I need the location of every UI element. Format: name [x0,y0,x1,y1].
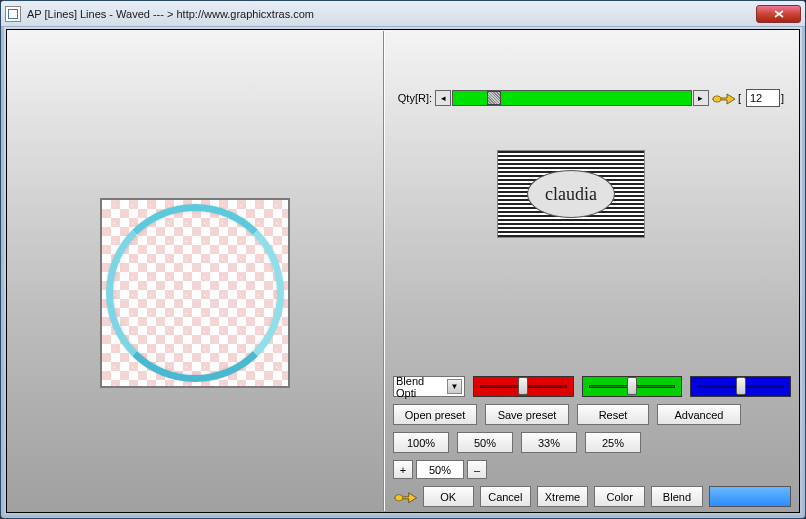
color-swatch[interactable] [709,486,791,507]
main-panel: Qty[R]: ◂ ▸ [ ] claudia Blend O [6,29,800,513]
qty-bracket-close: ] [781,92,784,104]
svg-point-0 [713,96,721,102]
cancel-button[interactable]: Cancel [480,486,531,507]
red-slider-thumb[interactable] [518,377,528,395]
titlebar[interactable]: AP [Lines] Lines - Waved --- > http://ww… [1,1,805,27]
color-button[interactable]: Color [594,486,645,507]
brand-logo-text: claudia [527,170,615,218]
app-icon [5,6,21,22]
red-slider[interactable] [473,376,574,397]
green-slider-thumb[interactable] [627,377,637,395]
preview-box [100,198,290,388]
blue-slider-thumb[interactable] [736,377,746,395]
preset-row: Open preset Save preset Reset Advanced [393,404,791,425]
qty-input[interactable] [746,89,780,107]
blend-mode-select[interactable]: Blend Opti ▼ [393,376,465,397]
pointer-hand-icon [711,88,737,108]
advanced-button[interactable]: Advanced [657,404,741,425]
bottom-row: OK Cancel Xtreme Color Blend [393,486,791,507]
panel-divider [383,31,385,511]
percent-row: 100% 50% 33% 25% [393,432,791,453]
blue-slider[interactable] [690,376,791,397]
dropdown-arrow-icon: ▼ [447,379,462,394]
qty-decrement[interactable]: ◂ [435,90,451,106]
qty-bracket-open: [ [738,92,741,104]
step-plus-button[interactable]: + [393,460,413,479]
blend-mode-label: Blend Opti [396,375,447,399]
pointer-hand-icon [393,487,419,507]
app-window: AP [Lines] Lines - Waved --- > http://ww… [0,0,806,519]
pct-100-button[interactable]: 100% [393,432,449,453]
qty-label: Qty[R]: [393,92,435,104]
save-preset-button[interactable]: Save preset [485,404,569,425]
qty-slider-thumb[interactable] [487,91,501,105]
step-value: 50% [416,460,464,479]
preview-checker [102,200,288,386]
close-icon [774,10,784,18]
window-title: AP [Lines] Lines - Waved --- > http://ww… [27,8,756,20]
xtreme-button[interactable]: Xtreme [537,486,588,507]
step-row: + 50% – [393,460,791,479]
step-minus-button[interactable]: – [467,460,487,479]
svg-point-1 [395,494,403,500]
qty-increment[interactable]: ▸ [693,90,709,106]
blend-row: Blend Opti ▼ [393,376,791,397]
qty-row: Qty[R]: ◂ ▸ [ ] [393,86,785,110]
content-area: Qty[R]: ◂ ▸ [ ] claudia Blend O [1,27,805,517]
ok-button[interactable]: OK [423,486,474,507]
pct-50-button[interactable]: 50% [457,432,513,453]
open-preset-button[interactable]: Open preset [393,404,477,425]
reset-button[interactable]: Reset [577,404,649,425]
green-slider[interactable] [582,376,683,397]
pct-25-button[interactable]: 25% [585,432,641,453]
preview-ring-shape [106,204,284,382]
close-button[interactable] [756,5,801,23]
qty-slider[interactable] [452,90,692,106]
controls-area: Blend Opti ▼ Open preset Save preset Res… [393,376,791,507]
blend-button[interactable]: Blend [651,486,702,507]
pct-33-button[interactable]: 33% [521,432,577,453]
brand-logo: claudia [497,150,645,238]
